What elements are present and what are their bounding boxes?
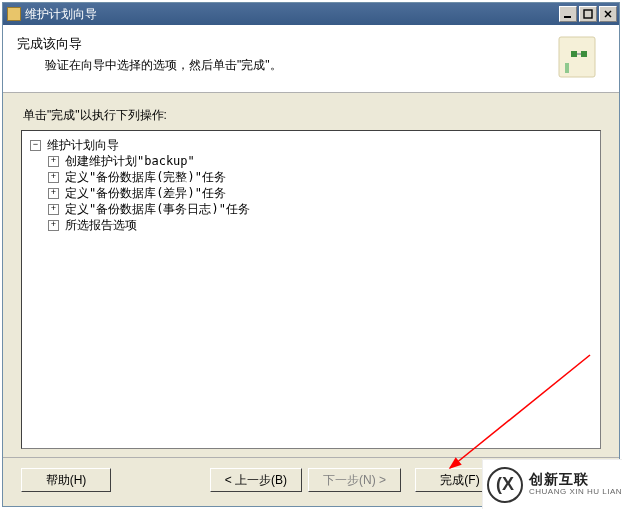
expand-icon[interactable]: + [48,156,59,167]
page-subtitle: 验证在向导中选择的选项，然后单击"完成"。 [45,57,545,74]
svg-rect-6 [581,51,587,57]
tree-root-label: 维护计划向导 [47,137,119,153]
tree-item[interactable]: + 定义"备份数据库(完整)"任务 [26,169,596,185]
window-title: 维护计划向导 [25,6,557,23]
instruction-label: 单击"完成"以执行下列操作: [23,107,601,124]
collapse-icon[interactable]: − [30,140,41,151]
svg-rect-5 [571,51,577,57]
expand-icon[interactable]: + [48,204,59,215]
summary-tree[interactable]: − 维护计划向导 + 创建维护计划"backup" + 定义"备份数据库(完整)… [21,130,601,449]
tree-root[interactable]: − 维护计划向导 [26,137,596,153]
tree-item[interactable]: + 定义"备份数据库(差异)"任务 [26,185,596,201]
title-bar: 维护计划向导 [3,3,619,25]
tree-item[interactable]: + 定义"备份数据库(事务日志)"任务 [26,201,596,217]
tree-item-label: 所选报告选项 [65,217,137,233]
tree-item-label: 定义"备份数据库(差异)"任务 [65,185,226,201]
tree-item[interactable]: + 所选报告选项 [26,217,596,233]
expand-icon[interactable]: + [48,220,59,231]
page-title: 完成该向导 [17,35,545,53]
watermark-brand: 创新互联 [529,472,622,487]
watermark-logo-icon: (X [487,467,523,503]
app-icon [7,7,21,21]
tree-item-label: 定义"备份数据库(完整)"任务 [65,169,226,185]
next-button: 下一步(N) > [308,468,401,492]
svg-rect-1 [584,10,592,18]
help-button[interactable]: 帮助(H) [21,468,111,492]
watermark-pinyin: CHUANG XIN HU LIAN [529,488,622,497]
back-button[interactable]: < 上一步(B) [210,468,302,492]
tree-item-label: 创建维护计划"backup" [65,153,195,169]
window-controls [557,6,617,22]
minimize-button[interactable] [559,6,577,22]
tree-item-label: 定义"备份数据库(事务日志)"任务 [65,201,250,217]
expand-icon[interactable]: + [48,172,59,183]
content-area: 单击"完成"以执行下列操作: − 维护计划向导 + 创建维护计划"backup"… [3,93,619,457]
tree-item[interactable]: + 创建维护计划"backup" [26,153,596,169]
wizard-window: 维护计划向导 完成该向导 验证在向导中选择的选项，然后单击"完成"。 [2,2,620,507]
expand-icon[interactable]: + [48,188,59,199]
maximize-button[interactable] [579,6,597,22]
close-button[interactable] [599,6,617,22]
header-panel: 完成该向导 验证在向导中选择的选项，然后单击"完成"。 [3,25,619,93]
watermark: (X 创新互联 CHUANG XIN HU LIAN [482,459,622,509]
svg-rect-0 [564,16,571,18]
wizard-banner-icon [553,33,601,81]
svg-rect-8 [565,63,569,73]
